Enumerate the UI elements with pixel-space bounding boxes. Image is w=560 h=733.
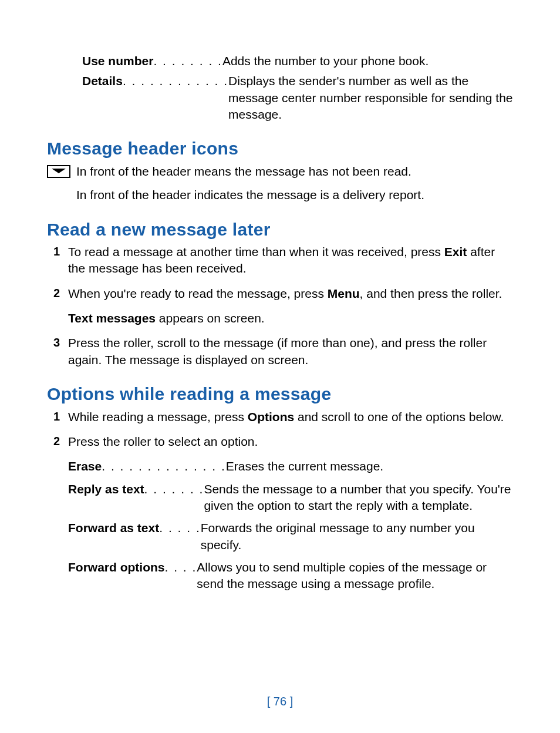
definition-row: Details . . . . . . . . . . . . Displays… bbox=[82, 73, 513, 123]
envelope-icon bbox=[47, 165, 70, 178]
definition-row: Forward options . . . . Allows you to se… bbox=[68, 559, 513, 593]
top-definition-list: Use number . . . . . . . . Adds the numb… bbox=[82, 53, 513, 123]
step-body: While reading a message, press Options a… bbox=[68, 409, 513, 425]
heading-options-while-reading: Options while reading a message bbox=[47, 382, 513, 406]
definition-description: Adds the number to your phone book. bbox=[222, 53, 513, 69]
step-item: 3 Press the roller, scroll to the messag… bbox=[47, 335, 513, 368]
step-body: When you're ready to read the message, p… bbox=[68, 285, 513, 302]
step-number: 2 bbox=[47, 285, 60, 301]
step-number: 1 bbox=[47, 409, 60, 425]
step-text: and scroll to one of the options below. bbox=[294, 410, 504, 423]
icon-description-text: In front of the header means the message… bbox=[76, 163, 513, 180]
definition-dots: . . . . . . . . . . . . bbox=[123, 73, 228, 89]
heading-read-new-message-later: Read a new message later bbox=[47, 218, 513, 242]
definition-description: Displays the sender's number as well as … bbox=[228, 73, 513, 123]
definition-description: Erases the current message. bbox=[226, 458, 513, 475]
icon-description-row: In front of the header means the message… bbox=[47, 163, 513, 180]
step-text: While reading a message, press bbox=[68, 410, 248, 423]
definition-term: Erase bbox=[68, 458, 102, 475]
definition-description: Forwards the original message to any num… bbox=[201, 520, 513, 553]
step-number: 1 bbox=[47, 244, 60, 260]
step-item: 1 To read a message at another time than… bbox=[47, 244, 513, 277]
step-item: 2 When you're ready to read the message,… bbox=[47, 285, 513, 302]
definition-term: Details bbox=[82, 73, 123, 89]
definition-dots: . . . . . bbox=[159, 520, 201, 536]
definition-term: Reply as text bbox=[68, 481, 144, 497]
icon-description-text: In front of the header indicates the mes… bbox=[76, 187, 513, 203]
read-later-steps-cont: 3 Press the roller, scroll to the messag… bbox=[47, 335, 513, 368]
definition-term: Use number bbox=[82, 53, 153, 69]
step-text: When you're ready to read the message, p… bbox=[68, 287, 328, 300]
definition-row: Use number . . . . . . . . Adds the numb… bbox=[82, 53, 513, 69]
definition-row: Erase . . . . . . . . . . . . . . Erases… bbox=[68, 458, 513, 475]
step-body: Press the roller to select an option. bbox=[68, 433, 513, 450]
step-note: Text messages appears on screen. bbox=[68, 310, 513, 327]
definition-description: Allows you to send multiple copies of th… bbox=[197, 559, 513, 593]
definition-description: Sends the message to a number that you s… bbox=[204, 481, 513, 515]
definition-row: Reply as text . . . . . . . Sends the me… bbox=[68, 481, 513, 515]
step-key-options: Options bbox=[248, 410, 294, 423]
definition-dots: . . . . bbox=[165, 559, 197, 576]
step-body: Press the roller, scroll to the message … bbox=[68, 335, 513, 368]
definition-row: Forward as text . . . . . Forwards the o… bbox=[68, 520, 513, 553]
step-note-text: appears on screen. bbox=[156, 311, 265, 325]
read-later-steps: 1 To read a message at another time than… bbox=[47, 244, 513, 302]
step-number: 3 bbox=[47, 335, 60, 351]
definition-dots: . . . . . . . . . . . . . . bbox=[102, 458, 226, 475]
step-body: To read a message at another time than w… bbox=[68, 244, 513, 277]
step-key-exit: Exit bbox=[444, 245, 467, 258]
step-text: , and then press the roller. bbox=[360, 287, 502, 300]
step-number: 2 bbox=[47, 433, 60, 449]
page-number: [ 76 ] bbox=[0, 694, 560, 710]
step-item: 2 Press the roller to select an option. bbox=[47, 433, 513, 450]
definition-dots: . . . . . . . . bbox=[153, 53, 222, 69]
step-item: 1 While reading a message, press Options… bbox=[47, 409, 513, 425]
document-page: Use number . . . . . . . . Adds the numb… bbox=[0, 0, 560, 733]
step-text: To read a message at another time than w… bbox=[68, 245, 444, 258]
options-definition-list: Erase . . . . . . . . . . . . . . Erases… bbox=[68, 458, 513, 592]
definition-dots: . . . . . . . bbox=[144, 481, 204, 497]
definition-term: Forward options bbox=[68, 559, 165, 576]
definition-term: Forward as text bbox=[68, 520, 159, 536]
options-steps: 1 While reading a message, press Options… bbox=[47, 409, 513, 450]
step-note-bold: Text messages bbox=[68, 311, 156, 325]
step-key-menu: Menu bbox=[328, 287, 360, 300]
heading-message-header-icons: Message header icons bbox=[47, 137, 513, 161]
